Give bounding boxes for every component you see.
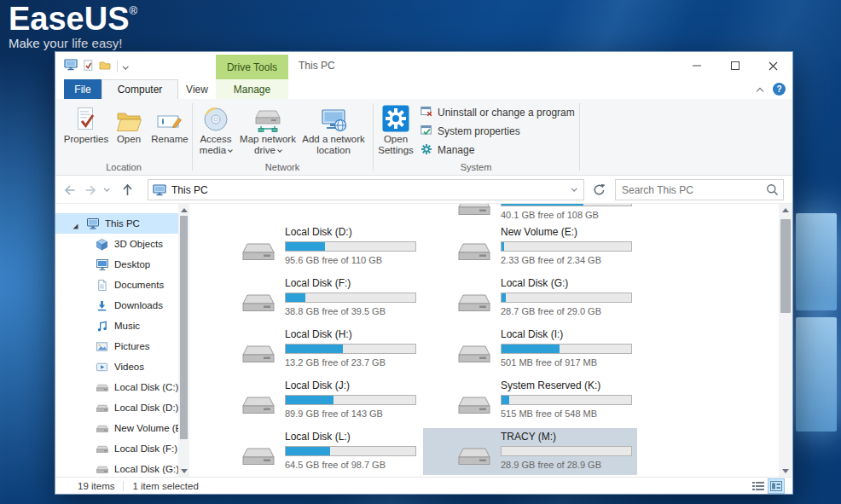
drive-free-space: 64.5 GB free of 98.7 GB [285,460,386,470]
status-bar: 19 items 1 item selected [55,477,792,494]
sidebar-item-desktop[interactable]: Desktop [55,254,178,275]
system-properties-item[interactable]: System properties [420,123,520,140]
properties-quick-icon[interactable] [84,60,93,73]
scrollbar-thumb[interactable] [780,219,791,313]
address-bar[interactable]: This PC [148,179,584,200]
sidebar-item-label: Local Disk (D:) [114,403,178,413]
tab-file[interactable]: File [64,79,102,99]
drive-tile-local-disk-j[interactable]: Local Disk (J:)89.9 GB free of 143 GB [207,377,421,425]
sidebar-item-this-pc[interactable]: This PC [55,213,178,234]
status-divider [123,481,124,491]
registered-mark-icon: ® [130,4,138,17]
drive-free-space: 13.2 GB free of 23.7 GB [285,357,386,368]
search-icon[interactable] [761,183,783,196]
properties-label: Properties [64,134,108,144]
minimize-button[interactable] [677,52,716,79]
sidebar-item-new-volume-e[interactable]: New Volume (E:) [55,418,178,438]
back-button[interactable] [59,179,79,200]
tiles-view-button[interactable] [768,479,784,493]
drive-tile-partial[interactable]: 40.1 GB free of 108 GB [423,204,637,224]
tab-view[interactable]: View [178,79,216,99]
close-button[interactable] [754,52,792,79]
brand-tagline: Make your life easy! [9,36,137,50]
manage-item[interactable]: Manage [420,142,474,159]
drive-tile-local-disk-f[interactable]: Local Disk (F:)38.8 GB free of 39.5 GB [207,275,421,322]
scroll-up-arrow-icon[interactable] [779,204,792,216]
sidebar-item-3d-objects[interactable]: 3D Objects [55,234,178,254]
drive-tile-local-disk-d[interactable]: Local Disk (D:)95.6 GB free of 110 GB [207,223,421,271]
address-path: This PC [171,184,565,196]
system-properties-icon [420,125,432,139]
expand-chevron-icon[interactable] [72,220,78,232]
drive-tile-local-disk-h[interactable]: Local Disk (H:)13.2 GB free of 23.7 GB [207,326,421,374]
address-dropdown-chevron-icon[interactable] [565,180,583,200]
sidebar-item-downloads[interactable]: Downloads [55,295,178,316]
sidebar-item-local-disk-d[interactable]: Local Disk (D:) [55,397,178,418]
file-explorer-window: Drive Tools This PC File Computer View M… [55,51,793,495]
drive-icon [96,442,109,455]
refresh-button[interactable] [588,179,610,200]
sidebar-item-local-disk-g[interactable]: Local Disk (G:) [55,459,178,477]
details-view-button[interactable] [751,479,766,493]
open-button[interactable]: Open [108,102,149,145]
scroll-down-arrow-icon[interactable] [779,465,792,477]
drive-tile-tracy-m[interactable]: TRACY (M:)28.9 GB free of 28.9 GB [423,428,637,475]
settings-gear-icon [382,102,409,132]
sidebar-item-music[interactable]: Music [55,316,178,336]
selection-count: 1 item selected [132,481,198,491]
recent-locations-chevron-icon[interactable] [100,179,113,200]
sidebar-item-local-disk-c[interactable]: Local Disk (C:) [55,377,178,397]
new-folder-quick-icon[interactable] [99,61,111,72]
rename-button[interactable]: Rename [148,102,192,145]
drive-tools-contextual-tab[interactable]: Drive Tools [216,55,288,79]
drive-tile-local-disk-g[interactable]: Local Disk (G:)28.7 GB free of 29.0 GB [423,275,637,322]
system-properties-label: System properties [438,125,520,137]
open-settings-button[interactable]: Open Settings [374,102,417,156]
content-scrollbar[interactable] [779,204,792,477]
music-icon [96,319,109,333]
scroll-up-arrow-icon[interactable] [178,204,189,216]
uninstall-program-item[interactable]: Uninstall or change a program [420,104,575,121]
easeus-logo: EaseUS® Make your life easy! [9,2,137,50]
map-network-drive-button[interactable]: Map network drive [238,102,298,156]
navigation-scrollbar[interactable] [178,204,189,477]
properties-button[interactable]: Properties [64,102,108,145]
forward-button[interactable] [81,179,102,200]
scrollbar-thumb[interactable] [180,216,188,439]
drive-free-space: 2.33 GB free of 2.34 GB [501,255,601,265]
sidebar-item-documents[interactable]: Documents [55,275,178,295]
customize-toolbar-chevron-icon[interactable] [124,61,128,72]
drive-tile-new-volume-e[interactable]: New Volume (E:)2.33 GB free of 2.34 GB [423,223,637,271]
search-input[interactable] [616,184,761,196]
access-media-button[interactable]: Access media [194,102,237,156]
disk-usage-bar [501,446,632,456]
disk-usage-bar [285,395,416,405]
sidebar-item-local-disk-f[interactable]: Local Disk (F:) [55,438,178,459]
drive-icon [457,204,491,217]
access-media-label: Access media [200,134,232,155]
tab-computer[interactable]: Computer [102,79,178,99]
drive-tile-system-reserved-k[interactable]: System Reserved (K:)515 MB free of 548 M… [423,377,637,425]
desktop-icon [96,258,109,271]
collapse-ribbon-chevron-icon[interactable] [753,85,767,97]
sidebar-item-label: This PC [105,218,140,229]
map-network-drive-icon [254,102,281,132]
drive-free-space: 95.6 GB free of 110 GB [285,255,382,265]
address-toolbar: This PC [55,176,792,204]
tab-manage[interactable]: Manage [216,79,288,99]
open-settings-label: Open Settings [378,134,414,155]
this-pc-icon[interactable] [64,59,78,73]
sidebar-item-pictures[interactable]: Pictures [55,336,178,356]
up-button[interactable] [117,179,137,200]
title-bar[interactable]: Drive Tools This PC [55,52,792,79]
sidebar-item-videos[interactable]: Videos [55,356,178,377]
drive-icon [241,236,276,262]
maximize-button[interactable] [716,52,754,79]
add-network-location-button[interactable]: Add a network location [298,102,369,156]
help-button[interactable]: ? [773,83,786,96]
sidebar-item-label: Videos [114,362,144,372]
drive-tile-local-disk-i[interactable]: Local Disk (I:)501 MB free of 917 MB [423,326,637,374]
uninstall-program-label: Uninstall or change a program [438,107,575,119]
scroll-down-arrow-icon[interactable] [178,465,189,477]
drive-tile-local-disk-l[interactable]: Local Disk (L:)64.5 GB free of 98.7 GB [207,428,421,476]
